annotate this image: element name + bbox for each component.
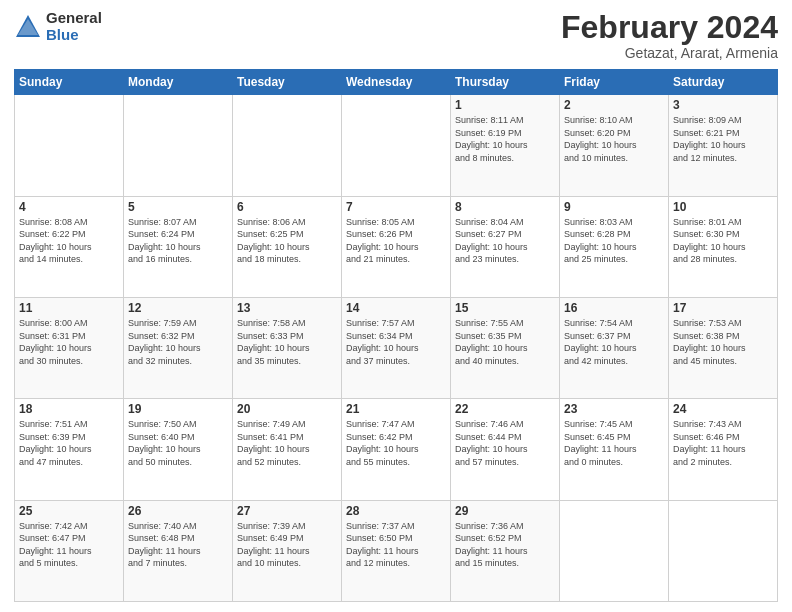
day-info: Sunrise: 8:06 AMSunset: 6:25 PMDaylight:… — [237, 216, 337, 266]
logo-general-text: General — [46, 10, 102, 27]
calendar-cell: 26Sunrise: 7:40 AMSunset: 6:48 PMDayligh… — [124, 500, 233, 601]
calendar-cell — [342, 95, 451, 196]
weekday-header-monday: Monday — [124, 70, 233, 95]
day-info: Sunrise: 8:04 AMSunset: 6:27 PMDaylight:… — [455, 216, 555, 266]
weekday-header-wednesday: Wednesday — [342, 70, 451, 95]
week-row-1: 4Sunrise: 8:08 AMSunset: 6:22 PMDaylight… — [15, 196, 778, 297]
day-number: 6 — [237, 200, 337, 214]
calendar-cell: 8Sunrise: 8:04 AMSunset: 6:27 PMDaylight… — [451, 196, 560, 297]
day-number: 5 — [128, 200, 228, 214]
day-info: Sunrise: 7:51 AMSunset: 6:39 PMDaylight:… — [19, 418, 119, 468]
day-info: Sunrise: 8:08 AMSunset: 6:22 PMDaylight:… — [19, 216, 119, 266]
day-number: 10 — [673, 200, 773, 214]
weekday-header-thursday: Thursday — [451, 70, 560, 95]
day-info: Sunrise: 8:01 AMSunset: 6:30 PMDaylight:… — [673, 216, 773, 266]
day-number: 2 — [564, 98, 664, 112]
subtitle: Getazat, Ararat, Armenia — [561, 45, 778, 61]
day-info: Sunrise: 7:36 AMSunset: 6:52 PMDaylight:… — [455, 520, 555, 570]
day-info: Sunrise: 7:57 AMSunset: 6:34 PMDaylight:… — [346, 317, 446, 367]
day-number: 26 — [128, 504, 228, 518]
day-number: 9 — [564, 200, 664, 214]
day-info: Sunrise: 7:49 AMSunset: 6:41 PMDaylight:… — [237, 418, 337, 468]
calendar-cell: 4Sunrise: 8:08 AMSunset: 6:22 PMDaylight… — [15, 196, 124, 297]
day-number: 22 — [455, 402, 555, 416]
day-number: 7 — [346, 200, 446, 214]
day-number: 25 — [19, 504, 119, 518]
calendar-cell: 22Sunrise: 7:46 AMSunset: 6:44 PMDayligh… — [451, 399, 560, 500]
calendar-cell: 2Sunrise: 8:10 AMSunset: 6:20 PMDaylight… — [560, 95, 669, 196]
calendar-cell: 17Sunrise: 7:53 AMSunset: 6:38 PMDayligh… — [669, 297, 778, 398]
calendar-cell: 11Sunrise: 8:00 AMSunset: 6:31 PMDayligh… — [15, 297, 124, 398]
weekday-header-row: SundayMondayTuesdayWednesdayThursdayFrid… — [15, 70, 778, 95]
day-number: 21 — [346, 402, 446, 416]
calendar-cell: 13Sunrise: 7:58 AMSunset: 6:33 PMDayligh… — [233, 297, 342, 398]
calendar-cell: 14Sunrise: 7:57 AMSunset: 6:34 PMDayligh… — [342, 297, 451, 398]
day-info: Sunrise: 8:00 AMSunset: 6:31 PMDaylight:… — [19, 317, 119, 367]
day-number: 18 — [19, 402, 119, 416]
logo: General Blue — [14, 10, 102, 43]
calendar-cell: 18Sunrise: 7:51 AMSunset: 6:39 PMDayligh… — [15, 399, 124, 500]
day-info: Sunrise: 7:59 AMSunset: 6:32 PMDaylight:… — [128, 317, 228, 367]
svg-marker-1 — [18, 19, 38, 35]
logo-text: General Blue — [46, 10, 102, 43]
weekday-header-friday: Friday — [560, 70, 669, 95]
day-info: Sunrise: 7:47 AMSunset: 6:42 PMDaylight:… — [346, 418, 446, 468]
day-number: 16 — [564, 301, 664, 315]
day-info: Sunrise: 8:05 AMSunset: 6:26 PMDaylight:… — [346, 216, 446, 266]
calendar-cell: 12Sunrise: 7:59 AMSunset: 6:32 PMDayligh… — [124, 297, 233, 398]
day-number: 12 — [128, 301, 228, 315]
day-number: 29 — [455, 504, 555, 518]
day-info: Sunrise: 7:55 AMSunset: 6:35 PMDaylight:… — [455, 317, 555, 367]
calendar-cell — [233, 95, 342, 196]
calendar-cell: 9Sunrise: 8:03 AMSunset: 6:28 PMDaylight… — [560, 196, 669, 297]
day-info: Sunrise: 7:43 AMSunset: 6:46 PMDaylight:… — [673, 418, 773, 468]
title-block: February 2024 Getazat, Ararat, Armenia — [561, 10, 778, 61]
day-number: 14 — [346, 301, 446, 315]
calendar-cell — [560, 500, 669, 601]
week-row-3: 18Sunrise: 7:51 AMSunset: 6:39 PMDayligh… — [15, 399, 778, 500]
weekday-header-sunday: Sunday — [15, 70, 124, 95]
logo-icon — [14, 13, 42, 41]
month-title: February 2024 — [561, 10, 778, 45]
calendar-cell: 3Sunrise: 8:09 AMSunset: 6:21 PMDaylight… — [669, 95, 778, 196]
day-info: Sunrise: 8:11 AMSunset: 6:19 PMDaylight:… — [455, 114, 555, 164]
week-row-2: 11Sunrise: 8:00 AMSunset: 6:31 PMDayligh… — [15, 297, 778, 398]
week-row-0: 1Sunrise: 8:11 AMSunset: 6:19 PMDaylight… — [15, 95, 778, 196]
calendar-table: SundayMondayTuesdayWednesdayThursdayFrid… — [14, 69, 778, 602]
weekday-header-saturday: Saturday — [669, 70, 778, 95]
calendar-cell: 28Sunrise: 7:37 AMSunset: 6:50 PMDayligh… — [342, 500, 451, 601]
day-info: Sunrise: 8:09 AMSunset: 6:21 PMDaylight:… — [673, 114, 773, 164]
calendar-cell: 7Sunrise: 8:05 AMSunset: 6:26 PMDaylight… — [342, 196, 451, 297]
calendar-cell: 21Sunrise: 7:47 AMSunset: 6:42 PMDayligh… — [342, 399, 451, 500]
header: General Blue February 2024 Getazat, Arar… — [14, 10, 778, 61]
calendar-cell: 25Sunrise: 7:42 AMSunset: 6:47 PMDayligh… — [15, 500, 124, 601]
calendar-cell: 23Sunrise: 7:45 AMSunset: 6:45 PMDayligh… — [560, 399, 669, 500]
calendar-cell — [669, 500, 778, 601]
calendar-cell: 20Sunrise: 7:49 AMSunset: 6:41 PMDayligh… — [233, 399, 342, 500]
day-info: Sunrise: 8:03 AMSunset: 6:28 PMDaylight:… — [564, 216, 664, 266]
day-number: 20 — [237, 402, 337, 416]
day-info: Sunrise: 8:07 AMSunset: 6:24 PMDaylight:… — [128, 216, 228, 266]
calendar-cell: 19Sunrise: 7:50 AMSunset: 6:40 PMDayligh… — [124, 399, 233, 500]
day-number: 19 — [128, 402, 228, 416]
day-info: Sunrise: 7:50 AMSunset: 6:40 PMDaylight:… — [128, 418, 228, 468]
day-number: 15 — [455, 301, 555, 315]
calendar-cell: 29Sunrise: 7:36 AMSunset: 6:52 PMDayligh… — [451, 500, 560, 601]
day-info: Sunrise: 7:53 AMSunset: 6:38 PMDaylight:… — [673, 317, 773, 367]
calendar-cell: 1Sunrise: 8:11 AMSunset: 6:19 PMDaylight… — [451, 95, 560, 196]
calendar-cell: 6Sunrise: 8:06 AMSunset: 6:25 PMDaylight… — [233, 196, 342, 297]
calendar-cell: 5Sunrise: 8:07 AMSunset: 6:24 PMDaylight… — [124, 196, 233, 297]
day-info: Sunrise: 7:39 AMSunset: 6:49 PMDaylight:… — [237, 520, 337, 570]
day-number: 1 — [455, 98, 555, 112]
calendar-page: General Blue February 2024 Getazat, Arar… — [0, 0, 792, 612]
day-number: 17 — [673, 301, 773, 315]
day-info: Sunrise: 7:46 AMSunset: 6:44 PMDaylight:… — [455, 418, 555, 468]
calendar-cell: 24Sunrise: 7:43 AMSunset: 6:46 PMDayligh… — [669, 399, 778, 500]
day-number: 3 — [673, 98, 773, 112]
day-number: 23 — [564, 402, 664, 416]
calendar-cell: 16Sunrise: 7:54 AMSunset: 6:37 PMDayligh… — [560, 297, 669, 398]
day-info: Sunrise: 8:10 AMSunset: 6:20 PMDaylight:… — [564, 114, 664, 164]
calendar-cell — [124, 95, 233, 196]
day-number: 28 — [346, 504, 446, 518]
day-number: 11 — [19, 301, 119, 315]
